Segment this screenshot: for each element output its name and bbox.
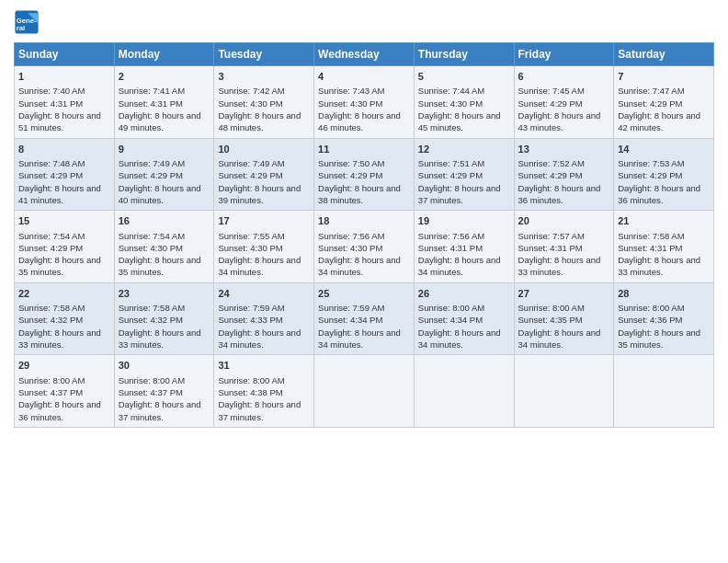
sunset: Sunset: 4:37 PM [18, 387, 83, 397]
daylight: Daylight: 8 hours and 34 minutes. [318, 327, 401, 350]
sunset: Sunset: 4:37 PM [119, 387, 183, 397]
sunset: Sunset: 4:29 PM [518, 98, 583, 109]
header-cell-monday: Monday [114, 43, 214, 66]
sunset: Sunset: 4:31 PM [418, 243, 483, 253]
day-number: 21 [618, 214, 710, 228]
sunrise: Sunrise: 8:00 AM [18, 375, 85, 385]
day-number: 9 [119, 143, 210, 156]
day-cell: 5Sunrise: 7:44 AMSunset: 4:30 PMDaylight… [414, 66, 514, 139]
day-cell: 11Sunrise: 7:50 AMSunset: 4:29 PMDayligh… [314, 138, 415, 211]
sunrise: Sunrise: 7:54 AM [18, 231, 85, 241]
sunrise: Sunrise: 7:49 AM [218, 158, 284, 168]
sunset: Sunset: 4:29 PM [218, 170, 282, 180]
day-number: 14 [618, 143, 710, 156]
sunset: Sunset: 4:29 PM [618, 98, 682, 109]
logo-icon: Gene- ral [14, 9, 40, 35]
day-number: 5 [418, 70, 510, 84]
sunset: Sunset: 4:30 PM [418, 98, 483, 109]
week-row-4: 22Sunrise: 7:58 AMSunset: 4:32 PMDayligh… [15, 282, 714, 355]
day-cell: 25Sunrise: 7:59 AMSunset: 4:34 PMDayligh… [314, 282, 415, 355]
daylight: Daylight: 8 hours and 46 minutes. [318, 110, 401, 132]
sunset: Sunset: 4:29 PM [418, 170, 483, 180]
daylight: Daylight: 8 hours and 34 minutes. [418, 327, 501, 350]
header-cell-wednesday: Wednesday [314, 43, 415, 66]
sunset: Sunset: 4:31 PM [518, 243, 583, 253]
sunrise: Sunrise: 7:45 AM [518, 86, 585, 96]
daylight: Daylight: 8 hours and 43 minutes. [518, 110, 601, 132]
sunrise: Sunrise: 7:47 AM [618, 86, 684, 96]
day-cell [314, 355, 415, 428]
sunset: Sunset: 4:32 PM [18, 315, 83, 325]
day-number: 16 [119, 214, 210, 228]
daylight: Daylight: 8 hours and 34 minutes. [318, 255, 401, 277]
daylight: Daylight: 8 hours and 33 minutes. [618, 255, 700, 277]
day-cell: 26Sunrise: 8:00 AMSunset: 4:34 PMDayligh… [414, 282, 514, 355]
day-cell: 21Sunrise: 7:58 AMSunset: 4:31 PMDayligh… [614, 211, 714, 283]
day-number: 4 [318, 70, 410, 84]
day-cell: 4Sunrise: 7:43 AMSunset: 4:30 PMDaylight… [314, 66, 415, 139]
day-number: 10 [218, 143, 310, 156]
day-cell: 6Sunrise: 7:45 AMSunset: 4:29 PMDaylight… [514, 66, 614, 139]
sunset: Sunset: 4:29 PM [618, 170, 682, 180]
day-cell: 22Sunrise: 7:58 AMSunset: 4:32 PMDayligh… [15, 282, 115, 355]
logo: Gene- ral [14, 9, 43, 35]
day-number: 23 [119, 287, 210, 301]
day-number: 27 [518, 287, 610, 301]
page: Gene- ral SundayMondayTuesdayWednesdayTh… [0, 0, 728, 563]
sunset: Sunset: 4:30 PM [218, 98, 282, 109]
day-number: 1 [18, 70, 110, 84]
day-number: 12 [418, 143, 510, 156]
daylight: Daylight: 8 hours and 36 minutes. [518, 183, 601, 205]
sunrise: Sunrise: 7:51 AM [418, 158, 484, 168]
day-number: 20 [518, 214, 610, 228]
day-cell: 18Sunrise: 7:56 AMSunset: 4:30 PMDayligh… [314, 211, 415, 283]
day-cell [614, 355, 714, 428]
day-cell: 20Sunrise: 7:57 AMSunset: 4:31 PMDayligh… [514, 211, 614, 283]
day-cell: 31Sunrise: 8:00 AMSunset: 4:38 PMDayligh… [214, 355, 314, 428]
sunrise: Sunrise: 7:58 AM [18, 303, 85, 313]
sunset: Sunset: 4:29 PM [119, 170, 183, 180]
daylight: Daylight: 8 hours and 40 minutes. [119, 183, 201, 205]
daylight: Daylight: 8 hours and 37 minutes. [218, 399, 301, 421]
day-number: 22 [18, 287, 110, 301]
daylight: Daylight: 8 hours and 34 minutes. [418, 255, 501, 277]
daylight: Daylight: 8 hours and 35 minutes. [119, 255, 201, 277]
day-cell: 15Sunrise: 7:54 AMSunset: 4:29 PMDayligh… [15, 211, 115, 283]
sunrise: Sunrise: 7:42 AM [218, 86, 284, 96]
calendar-header-row: SundayMondayTuesdayWednesdayThursdayFrid… [15, 43, 714, 66]
sunrise: Sunrise: 8:00 AM [518, 303, 585, 313]
day-number: 2 [119, 70, 210, 84]
sunset: Sunset: 4:31 PM [119, 98, 183, 109]
sunset: Sunset: 4:30 PM [119, 243, 183, 253]
day-number: 11 [318, 143, 410, 156]
day-cell: 17Sunrise: 7:55 AMSunset: 4:30 PMDayligh… [214, 211, 314, 283]
day-cell: 27Sunrise: 8:00 AMSunset: 4:35 PMDayligh… [514, 282, 614, 355]
week-row-2: 8Sunrise: 7:48 AMSunset: 4:29 PMDaylight… [15, 138, 714, 211]
day-number: 19 [418, 214, 510, 228]
day-cell: 9Sunrise: 7:49 AMSunset: 4:29 PMDaylight… [114, 138, 214, 211]
day-cell: 8Sunrise: 7:48 AMSunset: 4:29 PMDaylight… [15, 138, 115, 211]
daylight: Daylight: 8 hours and 33 minutes. [518, 255, 601, 277]
week-row-1: 1Sunrise: 7:40 AMSunset: 4:31 PMDaylight… [15, 66, 714, 139]
calendar-table: SundayMondayTuesdayWednesdayThursdayFrid… [14, 42, 714, 428]
day-cell [514, 355, 614, 428]
day-cell: 28Sunrise: 8:00 AMSunset: 4:36 PMDayligh… [614, 282, 714, 355]
day-number: 26 [418, 287, 510, 301]
daylight: Daylight: 8 hours and 34 minutes. [218, 327, 301, 350]
day-cell: 23Sunrise: 7:58 AMSunset: 4:32 PMDayligh… [114, 282, 214, 355]
sunrise: Sunrise: 7:49 AM [119, 158, 185, 168]
day-cell: 3Sunrise: 7:42 AMSunset: 4:30 PMDaylight… [214, 66, 314, 139]
day-number: 17 [218, 214, 310, 228]
sunset: Sunset: 4:35 PM [518, 315, 583, 325]
day-number: 28 [618, 287, 710, 301]
week-row-3: 15Sunrise: 7:54 AMSunset: 4:29 PMDayligh… [15, 211, 714, 283]
sunset: Sunset: 4:30 PM [318, 98, 382, 109]
day-number: 29 [18, 359, 110, 373]
sunrise: Sunrise: 7:59 AM [218, 303, 284, 313]
daylight: Daylight: 8 hours and 48 minutes. [218, 110, 301, 132]
sunrise: Sunrise: 8:00 AM [119, 375, 185, 385]
sunrise: Sunrise: 7:40 AM [18, 86, 85, 96]
daylight: Daylight: 8 hours and 38 minutes. [318, 183, 401, 205]
day-number: 18 [318, 214, 410, 228]
sunrise: Sunrise: 7:50 AM [318, 158, 384, 168]
